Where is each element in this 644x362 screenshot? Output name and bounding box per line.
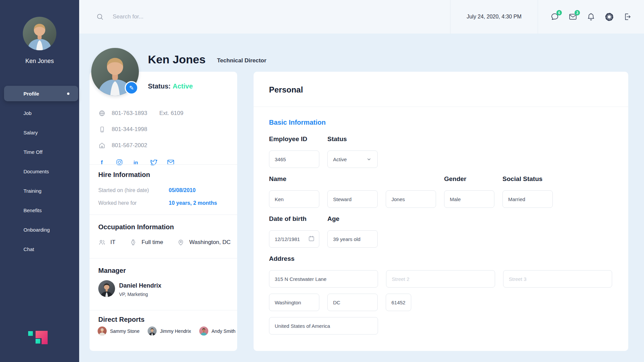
sidebar-item-time-off[interactable]: Time Off bbox=[0, 142, 79, 162]
pin-icon bbox=[177, 239, 184, 246]
facebook-icon[interactable]: f bbox=[98, 158, 106, 166]
report-name: Sammy Stone bbox=[110, 328, 140, 334]
hire-date-label: Started on (hire date) bbox=[98, 187, 149, 193]
divider bbox=[90, 164, 237, 165]
manager-avatar bbox=[98, 280, 115, 297]
settings-button[interactable] bbox=[604, 12, 614, 21]
age-label: Age bbox=[327, 215, 378, 223]
direct-report[interactable]: Andy Smith bbox=[199, 326, 236, 336]
phone-extension: Ext. 6109 bbox=[159, 110, 183, 117]
home-phone-row: 801-567-2002 bbox=[98, 137, 183, 154]
direct-reports-title: Direct Reports bbox=[98, 316, 145, 323]
email-icon[interactable] bbox=[167, 158, 175, 166]
sidebar: Ken Jones Profile Job Salary Time Off Do… bbox=[0, 0, 79, 362]
tenure-value: 10 years, 2 months bbox=[169, 200, 217, 206]
search-input[interactable] bbox=[113, 13, 247, 20]
work-phone-row: 801-763-1893 Ext. 6109 bbox=[98, 105, 183, 121]
status-label: Status: bbox=[148, 82, 171, 90]
report-name: Andy Smith bbox=[212, 328, 236, 334]
social-status-label: Social Status bbox=[502, 175, 553, 183]
sidebar-item-salary[interactable]: Salary bbox=[0, 123, 79, 142]
logout-icon bbox=[623, 12, 632, 21]
sidebar-nav: Profile Job Salary Time Off Documents Tr… bbox=[0, 84, 79, 259]
home-icon bbox=[98, 142, 106, 149]
pencil-icon: ✎ bbox=[129, 84, 134, 92]
sidebar-item-documents[interactable]: Documents bbox=[0, 162, 79, 181]
name-label: Name bbox=[269, 175, 436, 183]
basic-information-link[interactable]: Basic Information bbox=[269, 119, 326, 126]
active-dot-icon bbox=[67, 93, 69, 95]
panel-title: Personal bbox=[269, 85, 303, 95]
middle-name-input[interactable] bbox=[327, 190, 378, 208]
mobile-phone: 801-344-1998 bbox=[112, 126, 147, 133]
chat-button[interactable]: 6 bbox=[550, 12, 559, 21]
status-value: Active bbox=[173, 82, 193, 90]
age-input[interactable] bbox=[327, 230, 378, 248]
chevron-down-icon bbox=[366, 156, 372, 162]
divider bbox=[90, 215, 237, 215]
app-root: Ken Jones Profile Job Salary Time Off Do… bbox=[0, 0, 644, 362]
employee-id-label: Employee ID bbox=[269, 135, 319, 143]
profile-job-title: Technical Director bbox=[217, 57, 266, 64]
direct-reports-row: Sammy Stone Jimmy Hendrix Andy Smith bbox=[98, 326, 235, 336]
status-select[interactable]: Active bbox=[327, 150, 378, 168]
department-value: IT bbox=[110, 239, 115, 246]
dob-input[interactable] bbox=[269, 230, 319, 248]
profile-summary-card: Status:Active 801-763-1893 Ext. 6109 801… bbox=[90, 72, 237, 351]
tenure-label: Worked here for bbox=[98, 200, 137, 206]
sidebar-item-profile[interactable]: Profile bbox=[4, 86, 78, 101]
instagram-icon[interactable] bbox=[115, 158, 123, 166]
sidebar-item-job[interactable]: Job bbox=[0, 103, 79, 123]
sidebar-user-name: Ken Jones bbox=[0, 58, 79, 65]
manager-name[interactable]: Daniel Hendrix bbox=[119, 282, 161, 289]
status-select-value: Active bbox=[333, 157, 347, 162]
logout-button[interactable] bbox=[623, 12, 632, 21]
status-row: Status:Active bbox=[148, 82, 193, 90]
notifications-button[interactable] bbox=[586, 12, 596, 21]
profile-name: Ken Jones bbox=[148, 53, 206, 66]
search-bar bbox=[79, 13, 450, 21]
last-name-input[interactable] bbox=[386, 190, 436, 208]
linkedin-icon[interactable]: in bbox=[132, 158, 141, 166]
header-icons: 6 3 bbox=[538, 12, 644, 21]
chat-badge: 6 bbox=[556, 10, 562, 15]
globe-icon bbox=[98, 110, 106, 117]
street1-input[interactable] bbox=[269, 270, 378, 288]
home-phone: 801-567-2002 bbox=[112, 142, 147, 149]
gender-label: Gender bbox=[444, 175, 494, 183]
twitter-icon[interactable] bbox=[150, 158, 158, 166]
gender-input[interactable] bbox=[444, 190, 494, 208]
sidebar-item-label: Profile bbox=[23, 91, 39, 97]
first-name-input[interactable] bbox=[269, 190, 319, 208]
state-input[interactable] bbox=[327, 294, 378, 311]
location-value: Washington, DC bbox=[189, 239, 230, 246]
gear-icon bbox=[605, 12, 614, 21]
social-status-input[interactable] bbox=[502, 190, 553, 208]
street3-input[interactable] bbox=[503, 270, 612, 288]
employee-id-input[interactable] bbox=[269, 150, 319, 168]
mail-button[interactable]: 3 bbox=[568, 12, 578, 21]
country-input[interactable] bbox=[269, 317, 378, 335]
report-name: Jimmy Hendrix bbox=[160, 328, 191, 334]
hire-info-title: Hire Information bbox=[98, 171, 150, 179]
sidebar-item-training[interactable]: Training bbox=[0, 181, 79, 200]
divider bbox=[90, 258, 237, 258]
mail-badge: 3 bbox=[575, 10, 580, 15]
dob-label: Date of birth bbox=[269, 215, 319, 223]
person-photo-icon bbox=[98, 280, 115, 297]
top-bar: July 24, 2020, 4:30 PM 6 3 bbox=[79, 0, 644, 34]
edit-avatar-button[interactable]: ✎ bbox=[125, 81, 138, 95]
occupation-row: IT Full time Washington, DC bbox=[98, 239, 231, 246]
sidebar-item-onboarding[interactable]: Onboarding bbox=[0, 220, 79, 239]
direct-report[interactable]: Sammy Stone bbox=[98, 326, 140, 336]
mobile-phone-row: 801-344-1998 bbox=[98, 121, 183, 137]
bell-icon bbox=[587, 12, 595, 21]
mobile-icon bbox=[98, 126, 106, 133]
direct-report[interactable]: Jimmy Hendrix bbox=[148, 326, 191, 336]
city-input[interactable] bbox=[269, 294, 319, 311]
sidebar-item-benefits[interactable]: Benefits bbox=[0, 200, 79, 220]
sidebar-item-chat[interactable]: Chat bbox=[0, 239, 79, 259]
street2-input[interactable] bbox=[386, 270, 495, 288]
search-icon[interactable] bbox=[96, 13, 104, 21]
zip-input[interactable] bbox=[386, 294, 411, 311]
